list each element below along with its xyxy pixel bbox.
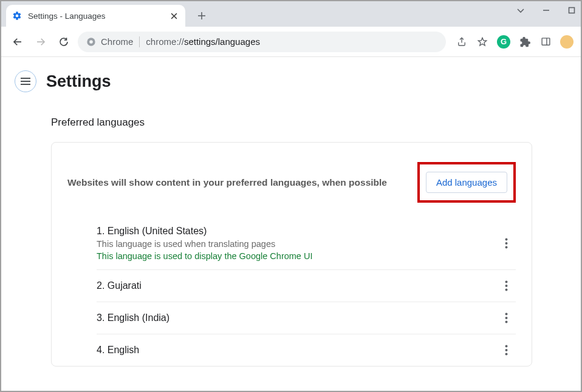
chrome-icon bbox=[86, 37, 96, 47]
language-name: 3. English (India) bbox=[97, 313, 169, 323]
close-tab-button[interactable] bbox=[168, 10, 179, 21]
language-item: 4. English bbox=[97, 334, 516, 366]
language-more-button[interactable] bbox=[499, 236, 513, 251]
share-icon[interactable] bbox=[456, 36, 468, 48]
language-item: 3. English (India) bbox=[97, 302, 516, 334]
page-title: Settings bbox=[46, 72, 111, 91]
svg-point-24 bbox=[505, 321, 507, 323]
extensions-icon[interactable] bbox=[519, 36, 531, 48]
svg-point-21 bbox=[505, 289, 507, 291]
language-more-button[interactable] bbox=[499, 311, 513, 325]
section-heading: Preferred languages bbox=[51, 117, 532, 129]
svg-point-26 bbox=[505, 349, 507, 351]
card-subtitle: Websites will show content in your prefe… bbox=[67, 177, 387, 188]
svg-point-25 bbox=[505, 345, 507, 348]
svg-point-18 bbox=[505, 246, 507, 249]
site-chip-label: Chrome bbox=[101, 36, 133, 47]
language-item: 1. English (United States) This language… bbox=[97, 217, 516, 270]
new-tab-button[interactable] bbox=[193, 7, 211, 25]
svg-marker-10 bbox=[478, 38, 487, 46]
svg-point-9 bbox=[89, 40, 93, 44]
chevron-down-icon[interactable] bbox=[515, 5, 526, 16]
svg-point-16 bbox=[505, 238, 507, 241]
reload-button[interactable] bbox=[55, 33, 73, 51]
languages-card: Websites will show content in your prefe… bbox=[51, 142, 532, 367]
url-text: chrome://settings/languages bbox=[146, 36, 260, 47]
card-header: Websites will show content in your prefe… bbox=[52, 143, 532, 217]
profile-avatar[interactable] bbox=[560, 35, 573, 49]
svg-point-19 bbox=[505, 281, 507, 283]
settings-header: Settings bbox=[1, 57, 581, 98]
grammarly-extension-icon[interactable]: G bbox=[497, 35, 510, 49]
toolbar-actions: G bbox=[456, 35, 573, 49]
gear-icon bbox=[12, 11, 22, 21]
language-name: 2. Gujarati bbox=[97, 280, 142, 291]
add-languages-highlight: Add languages bbox=[417, 162, 516, 203]
browser-tab[interactable]: Settings - Languages bbox=[6, 5, 185, 27]
omnibox-divider bbox=[139, 36, 140, 47]
svg-point-17 bbox=[505, 242, 507, 245]
svg-point-23 bbox=[505, 317, 507, 319]
browser-toolbar: Chrome chrome://settings/languages G bbox=[1, 27, 581, 57]
language-list: 1. English (United States) This language… bbox=[52, 217, 532, 366]
forward-button[interactable] bbox=[32, 33, 50, 51]
language-name: 1. English (United States) bbox=[97, 226, 312, 237]
back-button[interactable] bbox=[9, 33, 27, 51]
svg-point-22 bbox=[505, 313, 507, 316]
language-subtext: This language is used to display the Goo… bbox=[97, 251, 312, 261]
language-more-button[interactable] bbox=[499, 343, 513, 357]
tab-title: Settings - Languages bbox=[28, 12, 162, 21]
bookmark-star-icon[interactable] bbox=[476, 36, 488, 48]
maximize-button[interactable] bbox=[566, 5, 577, 16]
menu-button[interactable] bbox=[15, 70, 36, 92]
window-titlebar: Settings - Languages bbox=[1, 1, 581, 27]
language-item: 2. Gujarati bbox=[97, 270, 516, 302]
language-name: 4. English bbox=[97, 345, 139, 356]
svg-point-20 bbox=[505, 285, 507, 287]
svg-point-27 bbox=[505, 353, 507, 356]
preferred-languages-section: Preferred languages Websites will show c… bbox=[1, 98, 581, 367]
minimize-button[interactable] bbox=[541, 5, 552, 16]
site-chip: Chrome bbox=[86, 36, 133, 47]
address-bar[interactable]: Chrome chrome://settings/languages bbox=[78, 32, 446, 52]
language-more-button[interactable] bbox=[499, 279, 513, 293]
language-subtext: This language is used when translating p… bbox=[97, 239, 312, 249]
add-languages-button[interactable]: Add languages bbox=[426, 172, 507, 193]
svg-rect-11 bbox=[542, 38, 550, 45]
svg-rect-5 bbox=[569, 8, 575, 13]
window-controls bbox=[515, 5, 577, 16]
side-panel-icon[interactable] bbox=[539, 36, 552, 48]
